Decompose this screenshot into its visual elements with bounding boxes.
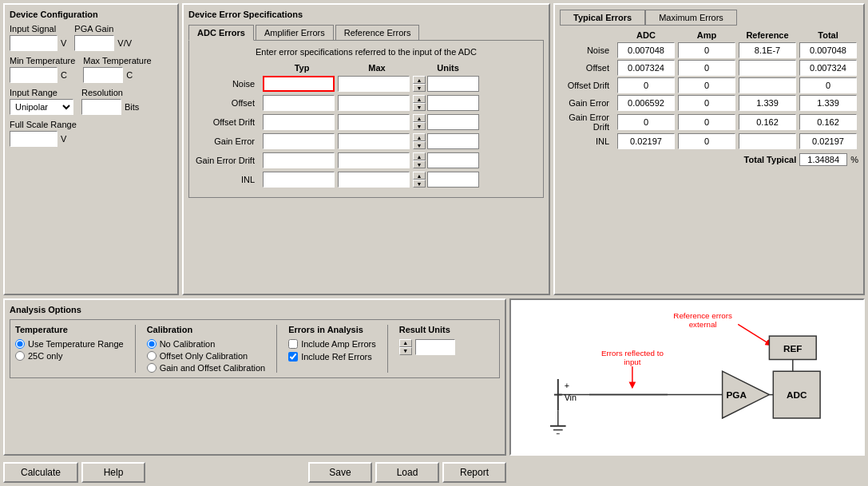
gain-error-drift-typ-input[interactable]: 0: [263, 152, 335, 168]
offset-typ-input[interactable]: 0.3: [263, 95, 335, 111]
offset-drift-unit-input[interactable]: Code / C: [427, 114, 479, 130]
noise-label: Noise: [196, 79, 260, 89]
results-cell-0-4[interactable]: [799, 42, 857, 58]
noise-typ-input[interactable]: 352.387: [263, 76, 335, 92]
offset-drift-spinner-up[interactable]: ▲: [413, 114, 426, 122]
include-ref-errors-item: Include Ref Errors: [288, 352, 376, 362]
device-errors-panel: Device Error Specifications ADC Errors A…: [182, 3, 550, 295]
gain-error-spinner-down[interactable]: ▼: [413, 141, 426, 149]
help-button[interactable]: Help: [81, 462, 145, 483]
results-col-label: [560, 29, 616, 41]
offset-label: Offset: [196, 98, 260, 108]
inl-max-input[interactable]: 1.4: [338, 172, 410, 188]
cal-offset-radio[interactable]: [147, 351, 157, 361]
tab-adc-errors[interactable]: ADC Errors: [188, 25, 254, 41]
gain-error-drift-spinner-down[interactable]: ▼: [413, 160, 426, 168]
results-cell-2-3[interactable]: [739, 77, 796, 93]
results-cell-3-4[interactable]: [799, 95, 857, 111]
max-temp-field[interactable]: 125: [83, 67, 123, 83]
results-cell-5-2[interactable]: [678, 133, 735, 149]
results-cell-5-4[interactable]: [799, 133, 857, 149]
full-scale-field[interactable]: 5: [10, 131, 57, 147]
tab-typical-errors[interactable]: Typical Errors: [560, 10, 645, 26]
offset-drift-spinner-down[interactable]: ▼: [413, 122, 426, 130]
tab-reference-errors[interactable]: Reference Errors: [335, 25, 420, 41]
results-col-ref: Reference: [737, 29, 798, 41]
pga-gain-field[interactable]: 1: [74, 35, 114, 51]
results-col-adc: ADC: [616, 29, 676, 41]
gain-error-drift-max-input[interactable]: 0: [338, 152, 410, 168]
results-cell-2-4[interactable]: [799, 77, 857, 93]
ref-arrow: [738, 324, 769, 344]
gain-error-spinner-up[interactable]: ▲: [413, 133, 426, 141]
results-cell-1-3[interactable]: [739, 60, 796, 76]
offset-unit-input[interactable]: Code: [427, 95, 479, 111]
min-temp-label: Min Temperature: [10, 56, 75, 65]
ref-label-text: REF: [783, 343, 803, 354]
resolution-field[interactable]: 12: [81, 99, 121, 115]
noise-unit-input[interactable]: uVrms: [427, 76, 479, 92]
inl-spinner-down[interactable]: ▼: [413, 180, 426, 188]
offset-spinner-up[interactable]: ▲: [413, 95, 426, 103]
tab-description: Enter error specifications referred to t…: [196, 47, 537, 57]
include-ref-errors-checkbox[interactable]: [288, 352, 298, 362]
cal-none-item: No Calibration: [147, 339, 265, 349]
results-cell-1-1[interactable]: [617, 60, 675, 76]
report-button[interactable]: Report: [442, 462, 506, 483]
input-range-select[interactable]: Unipolar Bipolar: [10, 99, 73, 115]
temp-use-range-radio[interactable]: [15, 339, 25, 349]
results-cell-5-1[interactable]: [617, 133, 675, 149]
results-row-label-4: Gain Error Drift: [560, 112, 616, 132]
tab-amplifier-errors[interactable]: Amplifier Errors: [256, 25, 334, 41]
result-units-spinner-up[interactable]: ▲: [399, 339, 412, 347]
include-amp-errors-checkbox[interactable]: [288, 339, 298, 349]
results-cell-3-1[interactable]: [617, 95, 675, 111]
tab-maximum-errors[interactable]: Maximum Errors: [645, 10, 737, 26]
inl-typ-input[interactable]: 0.9: [263, 172, 335, 188]
results-cell-0-1[interactable]: [617, 42, 675, 58]
temp-25c-radio[interactable]: [15, 351, 25, 361]
noise-spinner-down[interactable]: ▼: [413, 84, 426, 92]
gain-error-drift-unit-input[interactable]: Code / C: [427, 152, 479, 168]
results-cell-1-4[interactable]: [799, 60, 857, 76]
gain-error-typ-input[interactable]: 0.3: [263, 133, 335, 149]
full-scale-label: Full Scale Range: [10, 120, 172, 129]
noise-spinner-up[interactable]: ▲: [413, 76, 426, 84]
results-cell-3-3[interactable]: [739, 95, 796, 111]
results-cell-2-2[interactable]: [678, 77, 735, 93]
results-cell-4-2[interactable]: [678, 114, 735, 130]
offset-spinner-down[interactable]: ▼: [413, 103, 426, 111]
inl-unit-input[interactable]: Code: [427, 172, 479, 188]
gain-error-max-input[interactable]: 2: [338, 133, 410, 149]
results-cell-0-2[interactable]: [678, 42, 735, 58]
results-cell-3-2[interactable]: [678, 95, 735, 111]
result-units-spinner-down[interactable]: ▼: [399, 347, 412, 355]
gain-error-drift-spinner-up[interactable]: ▲: [413, 152, 426, 160]
gain-error-unit-input[interactable]: Code: [427, 133, 479, 149]
calculate-button[interactable]: Calculate: [3, 462, 78, 483]
results-cell-4-3[interactable]: [739, 114, 796, 130]
cal-gain-offset-radio[interactable]: [147, 363, 157, 373]
results-cell-4-4[interactable]: [799, 114, 857, 130]
offset-drift-max-input[interactable]: 0: [338, 114, 410, 130]
offset-drift-typ-input[interactable]: 0: [263, 114, 335, 130]
results-cell-4-1[interactable]: [617, 114, 675, 130]
results-cell-2-1[interactable]: [617, 77, 675, 93]
noise-max-input[interactable]: 610.35: [338, 76, 410, 92]
offset-max-input[interactable]: 1.5: [338, 95, 410, 111]
results-row-5: INL: [560, 132, 858, 150]
min-temp-field[interactable]: -55: [10, 67, 57, 83]
errors-in-analysis-title: Errors in Analysis: [288, 325, 376, 334]
results-cell-1-2[interactable]: [678, 60, 735, 76]
load-button[interactable]: Load: [375, 462, 439, 483]
temperature-radio-group: Use Temperature Range 25C only: [15, 339, 124, 361]
result-units-input[interactable]: %: [415, 339, 455, 355]
result-units-section: Result Units ▲ ▼ %: [399, 325, 455, 373]
results-cell-0-3[interactable]: [739, 42, 796, 58]
results-cell-5-3[interactable]: [739, 133, 796, 149]
save-button[interactable]: Save: [308, 462, 372, 483]
error-tab-content: Enter error specifications referred to t…: [188, 40, 544, 198]
cal-none-radio[interactable]: [147, 339, 157, 349]
inl-spinner-up[interactable]: ▲: [413, 172, 426, 180]
input-signal-field[interactable]: 4.5: [10, 35, 57, 51]
